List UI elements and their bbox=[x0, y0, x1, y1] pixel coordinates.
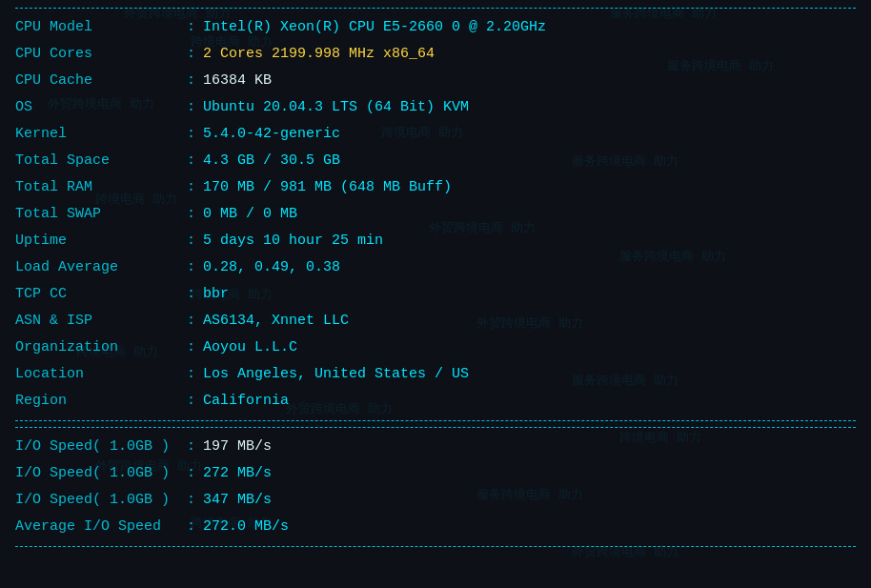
system-row-4: Kernel:5.4.0-42-generic bbox=[15, 121, 856, 148]
io-row-0: I/O Speed( 1.0GB ):197 MB/s bbox=[15, 434, 856, 460]
label-4: Kernel bbox=[15, 123, 187, 146]
value-14: California bbox=[203, 390, 289, 413]
system-row-10: TCP CC:bbr bbox=[15, 281, 856, 308]
io-label-0: I/O Speed( 1.0GB ) bbox=[15, 436, 187, 458]
io-value-1: 272 MB/s bbox=[203, 462, 272, 485]
colon-6: : bbox=[187, 176, 195, 199]
label-10: TCP CC bbox=[15, 283, 187, 306]
io-colon-0: : bbox=[187, 436, 195, 458]
colon-13: : bbox=[187, 363, 195, 386]
io-row-2: I/O Speed( 1.0GB ):347 MB/s bbox=[15, 487, 856, 514]
value-4: 5.4.0-42-generic bbox=[203, 123, 340, 146]
value-11: AS6134, Xnnet LLC bbox=[203, 310, 349, 333]
label-0: CPU Model bbox=[15, 16, 187, 39]
system-row-6: Total RAM:170 MB / 981 MB (648 MB Buff) bbox=[15, 174, 856, 201]
colon-1: : bbox=[187, 43, 195, 66]
label-1: CPU Cores bbox=[15, 43, 187, 66]
system-row-12: Organization:Aoyou L.L.C bbox=[15, 335, 856, 361]
system-row-1: CPU Cores:2 Cores 2199.998 MHz x86_64 bbox=[15, 41, 856, 68]
colon-9: : bbox=[187, 256, 195, 279]
value-7: 0 MB / 0 MB bbox=[203, 203, 297, 226]
io-colon-2: : bbox=[187, 489, 195, 512]
colon-3: : bbox=[187, 96, 195, 119]
label-2: CPU Cache bbox=[15, 70, 187, 92]
colon-14: : bbox=[187, 390, 195, 413]
value-5: 4.3 GB / 30.5 GB bbox=[203, 150, 340, 172]
system-row-9: Load Average:0.28, 0.49, 0.38 bbox=[15, 254, 856, 281]
label-7: Total SWAP bbox=[15, 203, 187, 226]
colon-7: : bbox=[187, 203, 195, 226]
colon-2: : bbox=[187, 70, 195, 92]
label-9: Load Average bbox=[15, 256, 187, 279]
label-8: Uptime bbox=[15, 230, 187, 253]
label-5: Total Space bbox=[15, 150, 187, 172]
value-9: 0.28, 0.49, 0.38 bbox=[203, 256, 340, 279]
label-12: Organization bbox=[15, 336, 187, 359]
colon-11: : bbox=[187, 310, 195, 333]
value-1: 2 Cores 2199.998 MHz x86_64 bbox=[203, 43, 435, 66]
io-value-2: 347 MB/s bbox=[203, 489, 272, 512]
value-6: 170 MB / 981 MB (648 MB Buff) bbox=[203, 176, 452, 199]
io-row-1: I/O Speed( 1.0GB ):272 MB/s bbox=[15, 460, 856, 487]
io-colon-1: : bbox=[187, 462, 195, 485]
system-row-11: ASN & ISP:AS6134, Xnnet LLC bbox=[15, 308, 856, 335]
system-info-section: CPU Model:Intel(R) Xeon(R) CPU E5-2660 0… bbox=[15, 8, 856, 421]
label-3: OS bbox=[15, 96, 187, 119]
value-10: bbr bbox=[203, 283, 229, 306]
label-13: Location bbox=[15, 363, 187, 386]
value-0: Intel(R) Xeon(R) CPU E5-2660 0 @ 2.20GHz bbox=[203, 16, 546, 39]
system-row-13: Location:Los Angeles, United States / US bbox=[15, 361, 856, 388]
main-container: CPU Model:Intel(R) Xeon(R) CPU E5-2660 0… bbox=[0, 0, 871, 555]
label-6: Total RAM bbox=[15, 176, 187, 199]
label-11: ASN & ISP bbox=[15, 310, 187, 333]
io-colon-3: : bbox=[187, 516, 195, 538]
colon-8: : bbox=[187, 230, 195, 253]
colon-4: : bbox=[187, 123, 195, 146]
system-row-7: Total SWAP:0 MB / 0 MB bbox=[15, 201, 856, 228]
io-value-3: 272.0 MB/s bbox=[203, 516, 289, 538]
system-row-0: CPU Model:Intel(R) Xeon(R) CPU E5-2660 0… bbox=[15, 14, 856, 41]
io-label-2: I/O Speed( 1.0GB ) bbox=[15, 489, 187, 512]
io-label-3: Average I/O Speed bbox=[15, 516, 187, 538]
colon-5: : bbox=[187, 150, 195, 172]
value-12: Aoyou L.L.C bbox=[203, 336, 297, 359]
system-row-3: OS:Ubuntu 20.04.3 LTS (64 Bit) KVM bbox=[15, 94, 856, 121]
label-14: Region bbox=[15, 390, 187, 413]
system-row-14: Region:California bbox=[15, 388, 856, 415]
colon-0: : bbox=[187, 16, 195, 39]
colon-10: : bbox=[187, 283, 195, 306]
value-2: 16384 KB bbox=[203, 70, 272, 92]
system-row-5: Total Space:4.3 GB / 30.5 GB bbox=[15, 148, 856, 174]
io-value-0: 197 MB/s bbox=[203, 436, 272, 458]
io-info-section: I/O Speed( 1.0GB ):197 MB/sI/O Speed( 1.… bbox=[15, 427, 856, 547]
io-row-3: Average I/O Speed:272.0 MB/s bbox=[15, 514, 856, 540]
io-label-1: I/O Speed( 1.0GB ) bbox=[15, 462, 187, 485]
value-3: Ubuntu 20.04.3 LTS (64 Bit) KVM bbox=[203, 96, 469, 119]
system-row-8: Uptime:5 days 10 hour 25 min bbox=[15, 228, 856, 254]
colon-12: : bbox=[187, 336, 195, 359]
value-8: 5 days 10 hour 25 min bbox=[203, 230, 383, 253]
value-13: Los Angeles, United States / US bbox=[203, 363, 469, 386]
system-row-2: CPU Cache:16384 KB bbox=[15, 68, 856, 94]
